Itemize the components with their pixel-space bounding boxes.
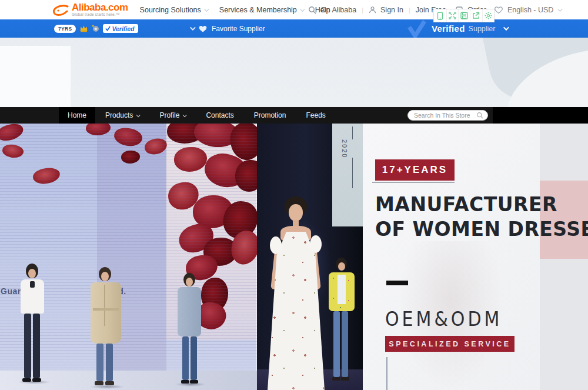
store-search xyxy=(407,110,488,121)
divider: | xyxy=(407,6,412,14)
favorite-heart-icon[interactable] xyxy=(198,25,208,33)
overlay-toolbar xyxy=(433,9,495,22)
tab-label: Promotion xyxy=(254,111,286,119)
runway-model xyxy=(326,258,359,386)
year-line xyxy=(352,126,353,139)
model-leg xyxy=(96,344,103,381)
favorite-supplier-link[interactable]: Favorite Supplier xyxy=(212,25,265,33)
verified-badge[interactable]: Verified xyxy=(103,24,138,33)
on-alibaba-link[interactable]: On Alibaba xyxy=(320,6,356,14)
vertical-line xyxy=(386,357,387,390)
save-icon[interactable] xyxy=(458,9,470,22)
verified-badge-label: Verified xyxy=(112,25,134,32)
model-face xyxy=(289,204,303,221)
runway-model xyxy=(16,264,49,384)
tab-label: Home xyxy=(68,111,86,119)
heart-icon[interactable] xyxy=(494,6,503,14)
tab-label: Feeds xyxy=(306,111,325,119)
check-icon xyxy=(105,26,111,31)
model-bow xyxy=(30,281,35,288)
user-icon xyxy=(369,6,376,14)
banner-subtitle: OEM&ODM xyxy=(385,308,502,331)
chevron-down-icon xyxy=(204,6,209,11)
tab-feeds[interactable]: Feeds xyxy=(296,107,335,124)
chevron-down-icon[interactable] xyxy=(190,25,196,31)
nav-label: Services & Membership xyxy=(219,6,297,14)
nav-services-membership[interactable]: Services & Membership xyxy=(219,6,303,14)
alibaba-logo[interactable]: Alibaba.com Global trade starts here.™ xyxy=(52,2,128,17)
hero-shape xyxy=(0,46,71,107)
verified-supplier-light[interactable]: Supplier xyxy=(469,25,496,33)
tab-label: Products xyxy=(105,111,133,119)
supplier-bar: 7YRS Verified Favorite Supplier xyxy=(0,19,588,38)
verified-watermark-icon xyxy=(407,20,427,38)
model-shadow xyxy=(175,382,206,386)
model-shoe xyxy=(341,377,349,381)
divider: | xyxy=(360,6,365,14)
expand-icon[interactable] xyxy=(446,9,458,22)
verified-supplier-bold[interactable]: Verified xyxy=(432,24,465,34)
settings-icon[interactable] xyxy=(482,9,494,22)
model-face xyxy=(186,278,193,286)
model-leg xyxy=(342,311,348,377)
banner-title-line2: OF WOMEN DRESSES xyxy=(375,217,588,242)
dress-ruffle xyxy=(270,236,282,254)
alibaba-swoosh-icon xyxy=(52,4,69,17)
dress-ruffle xyxy=(310,235,322,253)
page: Alibaba.com Global trade starts here.™ S… xyxy=(0,0,588,390)
tab-contacts[interactable]: Contacts xyxy=(196,107,243,124)
year-label: 2020 xyxy=(341,139,348,158)
mobile-icon[interactable] xyxy=(434,9,446,22)
chevron-down-icon[interactable] xyxy=(503,25,509,31)
banner-panel: 17+YEARS MANUFACTURER OF WOMEN DRESSES O… xyxy=(363,124,588,390)
model-leg xyxy=(106,344,113,381)
main-banner[interactable]: Guang t td. xyxy=(0,124,588,390)
runway-photo: Guang t td. xyxy=(0,124,363,390)
years-badge[interactable]: 7YRS xyxy=(54,25,76,33)
model-belt xyxy=(93,308,119,311)
chevron-down-icon xyxy=(558,6,563,11)
dash-accent xyxy=(386,281,408,285)
search-icon[interactable] xyxy=(308,6,316,14)
locale-selector[interactable]: English - USD xyxy=(507,6,554,14)
store-search-input[interactable] xyxy=(414,112,476,119)
model-coat-seam xyxy=(104,285,105,326)
year-line xyxy=(352,158,353,188)
top-header: Alibaba.com Global trade starts here.™ S… xyxy=(0,0,588,19)
runway-model-main xyxy=(257,196,335,390)
chevron-down-icon xyxy=(183,113,187,117)
model-shoe xyxy=(332,377,340,381)
runway-model xyxy=(86,267,126,388)
tab-products[interactable]: Products xyxy=(95,107,149,124)
store-nav: Home Products Profile Contacts Promotion… xyxy=(0,107,588,124)
export-icon[interactable] xyxy=(470,9,482,22)
tab-profile[interactable]: Profile xyxy=(149,107,196,124)
model-leg xyxy=(191,336,197,380)
model-leg xyxy=(333,311,340,377)
brand-name: Alibaba.com xyxy=(72,2,128,12)
model-leg xyxy=(33,314,40,378)
nav-sourcing-solutions[interactable]: Sourcing Solutions xyxy=(140,6,208,14)
tab-home[interactable]: Home xyxy=(59,107,95,124)
hero-strip xyxy=(0,38,588,107)
tab-label: Contacts xyxy=(206,111,233,119)
nav-filler xyxy=(493,107,588,124)
tab-promotion[interactable]: Promotion xyxy=(244,107,296,124)
banner-service-bar: SPECIALIZED SERVICE xyxy=(385,336,514,352)
model-leg xyxy=(24,314,31,378)
model-shadow xyxy=(18,380,51,384)
model-face xyxy=(101,272,109,281)
model-tank xyxy=(338,275,346,304)
runway-model xyxy=(174,273,205,386)
banner-title-line1: MANUFACTURER xyxy=(375,192,588,217)
model-face xyxy=(28,269,36,278)
badge-underline xyxy=(372,182,455,183)
search-icon[interactable] xyxy=(476,112,483,119)
tab-label: Profile xyxy=(159,111,179,119)
model-shadow xyxy=(89,385,125,389)
model-sweater xyxy=(178,287,201,336)
model-leg xyxy=(182,336,189,380)
sign-in-link[interactable]: Sign In xyxy=(380,6,403,14)
crown-icon xyxy=(79,25,88,32)
medal-icon xyxy=(92,25,99,32)
